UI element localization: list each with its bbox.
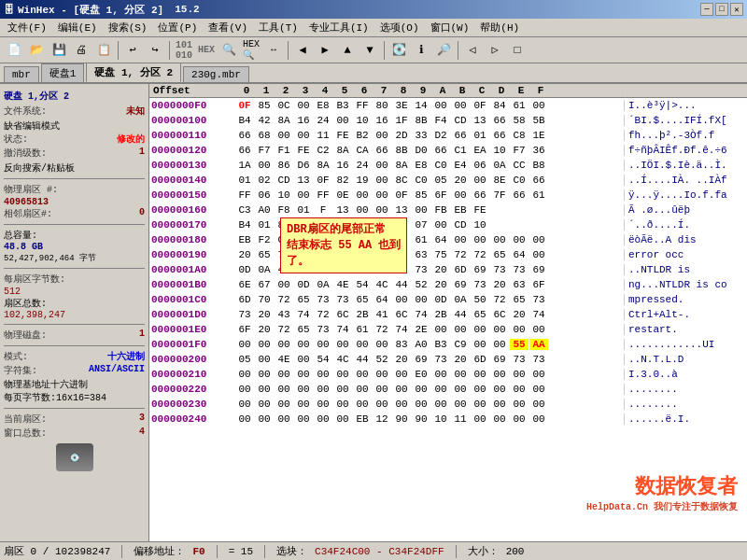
byte-100-e[interactable]: 58 <box>510 115 529 126</box>
byte-220-4[interactable]: 00 <box>314 384 332 395</box>
tab-mbr[interactable]: mbr <box>4 66 39 82</box>
minimize-button[interactable]: ─ <box>700 3 713 16</box>
byte-1c0-5[interactable]: 73 <box>333 294 352 305</box>
byte-230-4[interactable]: 00 <box>314 399 332 410</box>
byte-1b0-d[interactable]: 20 <box>490 279 509 290</box>
byte-210-0[interactable]: 00 <box>235 369 254 380</box>
byte-190-b[interactable]: 72 <box>451 249 470 260</box>
byte-1b0-6[interactable]: 54 <box>353 279 372 290</box>
byte-240-f[interactable]: 00 <box>529 413 548 425</box>
byte-120-a[interactable]: 66 <box>431 145 450 156</box>
byte-1d0-8[interactable]: 6C <box>392 309 411 320</box>
byte-130-5[interactable]: 16 <box>333 160 352 171</box>
byte-110-f[interactable]: 1E <box>529 130 548 141</box>
byte-1e0-5[interactable]: 74 <box>333 324 352 335</box>
byte-110-4[interactable]: 11 <box>314 130 332 141</box>
byte-160-6[interactable]: 00 <box>353 204 372 216</box>
byte-120-c[interactable]: EA <box>471 145 489 156</box>
byte-220-b[interactable]: 00 <box>451 384 470 395</box>
byte-200-4[interactable]: 54 <box>314 354 332 365</box>
byte-120-b[interactable]: C1 <box>451 145 470 156</box>
toolbar-save[interactable]: 💾 <box>49 40 69 61</box>
byte-110-a[interactable]: D2 <box>431 130 450 141</box>
byte-1f0-d[interactable]: 00 <box>490 339 509 350</box>
byte-1f0-b[interactable]: C9 <box>451 339 470 350</box>
byte-100-2[interactable]: 8A <box>275 115 293 126</box>
byte-200-a[interactable]: 73 <box>431 354 450 365</box>
toolbar-search[interactable]: 🔍 <box>218 40 239 61</box>
byte-120-e[interactable]: F7 <box>510 145 529 156</box>
byte-180-0[interactable]: EB <box>235 234 254 245</box>
byte-1c0-0[interactable]: 6D <box>235 294 254 305</box>
byte-1c0-c[interactable]: 50 <box>471 294 489 305</box>
byte-150-4[interactable]: FF <box>314 189 332 201</box>
byte-1f0-5[interactable]: 00 <box>333 339 352 350</box>
byte-220-e[interactable]: 00 <box>510 384 529 395</box>
byte-120-8[interactable]: 8B <box>392 145 411 156</box>
byte-1e0-4[interactable]: 73 <box>314 324 332 335</box>
menu-position[interactable]: 位置(P) <box>152 20 203 35</box>
byte-160-2[interactable]: F8 <box>275 204 293 216</box>
byte-140-3[interactable]: 13 <box>294 175 313 186</box>
byte-170-e[interactable] <box>510 219 529 231</box>
byte-1a0-f[interactable]: 69 <box>529 264 548 275</box>
byte-1b0-3[interactable]: 0D <box>294 279 313 290</box>
byte-140-e[interactable]: C0 <box>510 175 529 186</box>
byte-1a0-b[interactable]: 6D <box>451 264 470 275</box>
byte-210-8[interactable]: 00 <box>392 369 411 380</box>
byte-160-5[interactable]: 13 <box>333 204 352 216</box>
byte-100-a[interactable]: F4 <box>431 115 450 126</box>
byte-1d0-d[interactable]: 6C <box>490 309 509 320</box>
byte-240-e[interactable]: 00 <box>510 413 529 425</box>
byte-240-d[interactable]: 00 <box>490 413 509 425</box>
toolbar-down[interactable]: ▼ <box>359 40 380 61</box>
toolbar-paste[interactable]: HEX <box>196 40 217 61</box>
byte-1e0-9[interactable]: 2E <box>412 324 430 335</box>
toolbar-misc[interactable]: □ <box>507 40 528 61</box>
byte-1b0-c[interactable]: 73 <box>471 279 489 290</box>
byte-230-d[interactable]: 00 <box>490 399 509 410</box>
byte-1f0-3[interactable]: 00 <box>294 339 313 350</box>
byte-1a0-c[interactable]: 69 <box>471 264 489 275</box>
byte-1f0-7[interactable]: 00 <box>373 339 391 350</box>
byte-180-a[interactable]: 64 <box>431 234 450 245</box>
byte-1f0-f[interactable]: AA <box>529 339 548 350</box>
byte-1e0-a[interactable]: 00 <box>431 324 450 335</box>
byte-1d0-4[interactable]: 72 <box>314 309 332 320</box>
byte-0f0-c[interactable]: 0F <box>471 100 489 111</box>
menu-options[interactable]: 选项(O) <box>374 20 425 35</box>
byte-120-6[interactable]: CA <box>353 145 372 156</box>
byte-1d0-1[interactable]: 20 <box>255 309 274 320</box>
byte-240-4[interactable]: 00 <box>314 413 332 425</box>
byte-1a0-d[interactable]: 73 <box>490 264 509 275</box>
byte-150-3[interactable]: 00 <box>294 189 313 201</box>
byte-190-e[interactable]: 64 <box>510 249 529 260</box>
toolbar-redo[interactable]: ↪ <box>145 40 165 61</box>
byte-130-c[interactable]: 06 <box>471 160 489 171</box>
byte-160-d[interactable] <box>490 204 509 216</box>
byte-210-6[interactable]: 00 <box>353 369 372 380</box>
byte-160-4[interactable]: F <box>314 204 332 216</box>
byte-140-2[interactable]: CD <box>275 175 293 186</box>
byte-1a0-a[interactable]: 20 <box>431 264 450 275</box>
byte-140-d[interactable]: 8E <box>490 175 509 186</box>
byte-170-b[interactable]: CD <box>451 219 470 231</box>
byte-130-f[interactable]: B8 <box>529 160 548 171</box>
byte-1e0-7[interactable]: 72 <box>373 324 391 335</box>
byte-130-1[interactable]: 00 <box>255 160 274 171</box>
toolbar-next[interactable]: ▶ <box>315 40 335 61</box>
byte-210-1[interactable]: 00 <box>255 369 274 380</box>
byte-1b0-0[interactable]: 6E <box>235 279 254 290</box>
byte-230-6[interactable]: 00 <box>353 399 372 410</box>
menu-search[interactable]: 搜索(S) <box>103 20 153 35</box>
byte-1f0-8[interactable]: 83 <box>392 339 411 350</box>
byte-0f0-b[interactable]: 00 <box>451 100 470 111</box>
byte-210-b[interactable]: 00 <box>451 369 470 380</box>
byte-180-1[interactable]: F2 <box>255 234 274 245</box>
byte-1c0-1[interactable]: 70 <box>255 294 274 305</box>
byte-1c0-a[interactable]: 0D <box>431 294 450 305</box>
byte-1c0-9[interactable]: 00 <box>412 294 430 305</box>
byte-1d0-6[interactable]: 2B <box>353 309 372 320</box>
byte-210-3[interactable]: 00 <box>294 369 313 380</box>
byte-1b0-7[interactable]: 4C <box>373 279 391 290</box>
